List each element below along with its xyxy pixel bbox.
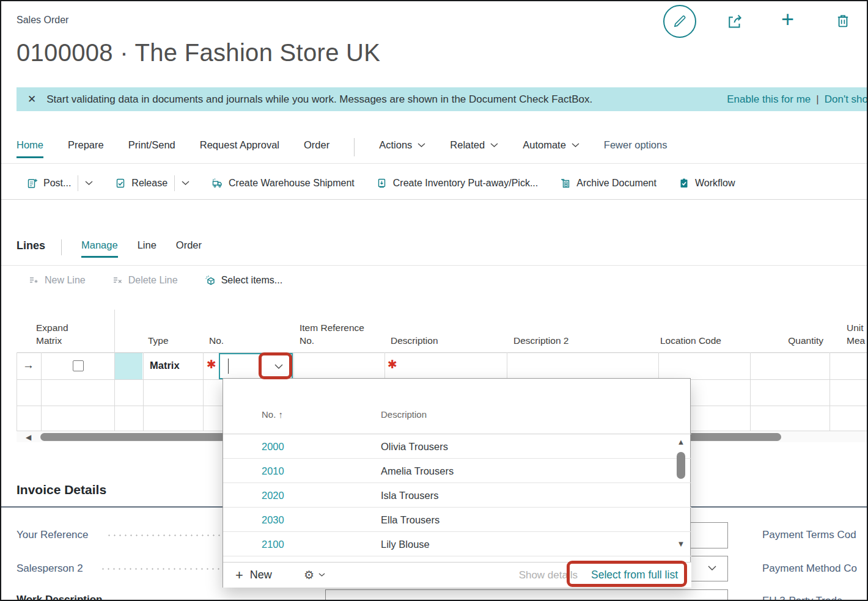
scroll-left-arrow-icon[interactable]: ◀ <box>26 433 31 442</box>
dropdown-settings-button[interactable]: ⚙ <box>304 568 325 582</box>
item-no[interactable]: 2030 <box>262 508 381 532</box>
list-item[interactable]: 2010Amelia Trousers <box>223 459 691 483</box>
tab-print-send[interactable]: Print/Send <box>128 139 175 156</box>
list-item[interactable]: 2110Mia Bl <box>223 556 691 562</box>
plus-icon: + <box>781 7 794 32</box>
lines-tab-order[interactable]: Order <box>176 239 202 256</box>
eu-3party-trade-label: EU 3-Party Trade <box>762 595 842 601</box>
menu-automate[interactable]: Automate <box>523 139 579 151</box>
create-warehouse-shipment-button[interactable]: Create Warehouse Shipment <box>211 178 355 189</box>
create-inventory-putaway-button[interactable]: Create Inventory Put-away/Pick... <box>377 178 538 189</box>
fewer-options-link[interactable]: Fewer options <box>604 139 668 151</box>
share-icon <box>726 12 744 31</box>
list-item[interactable]: 2000Olivia Trousers <box>223 434 691 459</box>
column-header-location-code: Location Code <box>660 334 721 347</box>
banner-enable-link[interactable]: Enable this for me <box>727 93 811 106</box>
plus-icon: + <box>235 567 243 583</box>
required-marker-no: ✱ <box>207 357 216 371</box>
item-no[interactable]: 2110 <box>262 556 381 562</box>
post-button[interactable]: Post... <box>27 175 93 191</box>
workflow-button[interactable]: Workflow <box>679 178 735 189</box>
item-no-input[interactable] <box>219 353 293 379</box>
archive-document-button[interactable]: Archive Document <box>560 178 657 189</box>
delete-line-button[interactable]: Delete Line <box>112 275 178 286</box>
page-title: 0100008 · The Fashion Store UK <box>17 39 380 67</box>
expand-matrix-checkbox[interactable] <box>73 360 84 371</box>
list-item[interactable]: 2030Ella Trousers <box>223 508 691 532</box>
split-divider <box>78 175 78 191</box>
new-line-button[interactable]: New Line <box>29 275 86 286</box>
lines-tab-manage[interactable]: Manage <box>81 239 118 258</box>
divider <box>1 265 868 266</box>
dropdown-scroll-up-icon[interactable]: ▲ <box>674 437 688 446</box>
text-caret <box>228 359 229 374</box>
menu-actions[interactable]: Actions <box>379 139 425 151</box>
item-no[interactable]: 2020 <box>262 483 381 508</box>
sales-order-page: Sales Order 0100008 · The Fashion Store … <box>0 0 868 601</box>
document-type-label: Sales Order <box>17 15 68 26</box>
gridline <box>17 352 868 353</box>
dropdown-list: 2000Olivia Trousers 2010Amelia Trousers … <box>223 434 691 562</box>
sort-ascending-icon: ↑ <box>279 409 284 420</box>
column-header-expand-matrix: ExpandMatrix <box>36 321 68 347</box>
list-item[interactable]: 2020Isla Trousers <box>223 483 691 508</box>
ribbon-divider <box>354 138 355 156</box>
menu-automate-label: Automate <box>523 139 566 151</box>
create-warehouse-shipment-label: Create Warehouse Shipment <box>229 178 355 189</box>
release-button[interactable]: Release <box>115 175 189 191</box>
item-no[interactable]: 2000 <box>262 434 381 459</box>
salesperson2-dropdown-chevron-icon[interactable] <box>708 566 716 571</box>
delete-line-label: Delete Line <box>128 275 178 286</box>
tab-request-approval[interactable]: Request Approval <box>200 139 279 156</box>
dropdown-scroll-down-icon[interactable]: ▼ <box>674 539 688 548</box>
chevron-down-icon[interactable] <box>85 181 93 186</box>
tab-order[interactable]: Order <box>304 139 329 156</box>
item-description: Amelia Trousers <box>381 465 454 476</box>
delete-button[interactable] <box>834 12 851 29</box>
list-item[interactable]: 2100Lily Blouse <box>223 532 691 556</box>
item-no[interactable]: 2100 <box>262 532 381 556</box>
release-icon <box>115 178 126 189</box>
dropdown-scrollbar-thumb[interactable] <box>677 452 685 479</box>
lines-tab-line[interactable]: Line <box>138 239 156 256</box>
show-details-link[interactable]: Show details <box>519 569 578 581</box>
trash-icon <box>834 12 851 29</box>
type-cell-value[interactable]: Matrix <box>150 360 180 371</box>
new-line-icon <box>29 275 39 286</box>
gear-icon: ⚙ <box>304 568 314 582</box>
banner-close-icon[interactable]: ✕ <box>28 93 36 106</box>
banner-dismiss-link[interactable]: Don't sho <box>825 93 868 106</box>
putaway-icon <box>377 178 388 189</box>
menu-related[interactable]: Related <box>450 139 498 151</box>
select-items-button[interactable]: Select items... <box>205 275 282 286</box>
dropdown-column-no[interactable]: No. ↑ <box>262 409 283 420</box>
new-label: New <box>250 569 272 581</box>
item-no[interactable]: 2010 <box>262 459 381 483</box>
gridline <box>750 352 751 431</box>
dropdown-column-description[interactable]: Description <box>381 409 427 420</box>
item-description: Lily Blouse <box>381 539 430 550</box>
archive-document-label: Archive Document <box>576 178 657 189</box>
lines-section-header: Lines Manage Line Order <box>17 239 202 258</box>
edit-button[interactable] <box>663 5 696 38</box>
item-no-dropdown-chevron-icon[interactable] <box>274 364 283 370</box>
your-reference-label: Your Reference <box>17 529 89 541</box>
new-document-button[interactable]: + <box>781 9 794 31</box>
work-description-input[interactable] <box>325 589 728 601</box>
tab-home[interactable]: Home <box>17 139 43 158</box>
share-button[interactable] <box>726 12 744 31</box>
chevron-down-icon <box>490 143 498 148</box>
select-items-icon <box>205 275 216 286</box>
dropdown-new-button[interactable]: + New <box>235 567 272 583</box>
ribbon-tabs: Home Prepare Print/Send Request Approval… <box>17 139 667 158</box>
delete-line-icon <box>112 275 123 286</box>
post-label: Post... <box>43 178 71 189</box>
truck-icon <box>211 178 223 189</box>
workflow-icon <box>679 178 690 189</box>
select-from-full-list-link[interactable]: Select from full list <box>591 569 678 581</box>
required-marker-description: ✱ <box>388 357 397 371</box>
lines-title: Lines <box>17 239 45 252</box>
new-line-label: New Line <box>45 275 86 286</box>
chevron-down-icon[interactable] <box>182 181 189 186</box>
tab-prepare[interactable]: Prepare <box>68 139 104 156</box>
